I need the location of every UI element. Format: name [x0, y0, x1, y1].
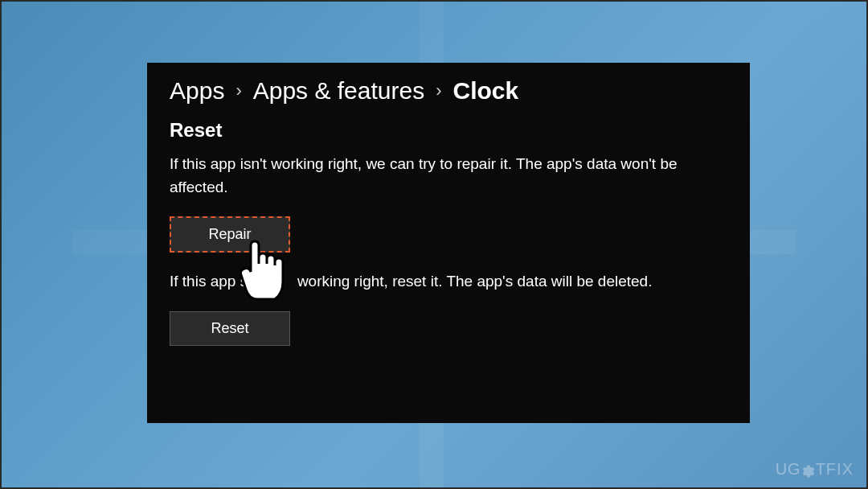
- breadcrumb-clock: Clock: [453, 77, 519, 105]
- reset-description: If this app still isn't working right, r…: [170, 270, 727, 294]
- watermark: UG TFIX: [776, 460, 854, 479]
- breadcrumb-apps-features[interactable]: Apps & features: [253, 77, 424, 105]
- reset-button[interactable]: Reset: [170, 311, 290, 346]
- settings-panel: Apps › Apps & features › Clock Reset If …: [147, 63, 750, 423]
- section-title-reset: Reset: [170, 119, 727, 142]
- chevron-right-icon: ›: [436, 80, 441, 101]
- gear-icon: [801, 461, 816, 479]
- breadcrumb: Apps › Apps & features › Clock: [170, 77, 727, 105]
- repair-button[interactable]: Repair: [170, 216, 290, 253]
- chevron-right-icon: ›: [235, 80, 241, 101]
- repair-description: If this app isn't working right, we can …: [170, 153, 727, 199]
- breadcrumb-apps[interactable]: Apps: [170, 77, 224, 105]
